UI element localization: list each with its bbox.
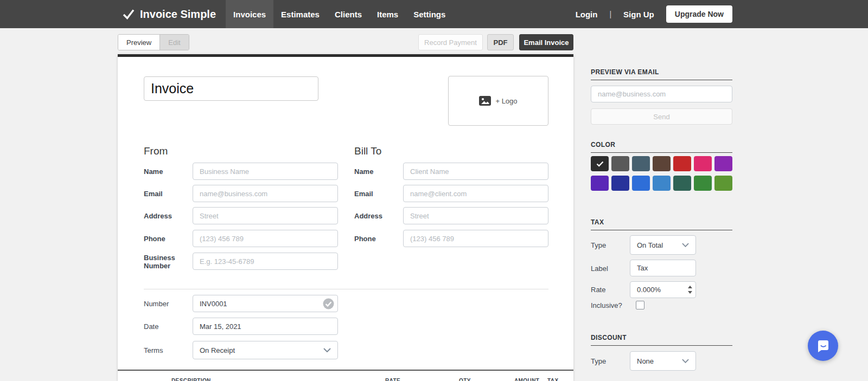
nav-tab-label: Settings bbox=[413, 10, 445, 19]
date-label: Date bbox=[144, 322, 158, 331]
billto-phone-label: Phone bbox=[354, 235, 400, 243]
send-button[interactable]: Send bbox=[591, 108, 732, 125]
bill-to-section-heading: Bill To bbox=[354, 145, 381, 157]
color-swatch[interactable] bbox=[714, 156, 732, 171]
edit-toggle-button[interactable]: Edit bbox=[160, 35, 188, 50]
nav-auth-area: Login | Sign Up Upgrade Now bbox=[576, 0, 732, 28]
color-swatch[interactable] bbox=[694, 176, 712, 191]
nav-tab-estimates[interactable]: Estimates bbox=[273, 0, 327, 28]
color-swatch[interactable] bbox=[611, 176, 629, 191]
color-swatches bbox=[591, 156, 732, 191]
color-swatch[interactable] bbox=[632, 156, 650, 171]
discount-heading: DISCOUNT bbox=[591, 334, 732, 346]
chevron-down-icon bbox=[682, 243, 689, 247]
tax-label-label: Label bbox=[591, 264, 608, 273]
items-header-rate: RATE bbox=[385, 378, 400, 381]
terms-select[interactable]: On Receipt bbox=[193, 341, 338, 359]
color-swatch-selected[interactable] bbox=[591, 156, 609, 171]
tax-type-selected-value: On Total bbox=[637, 241, 663, 249]
image-icon bbox=[479, 96, 491, 106]
settings-sidebar: PREVIEW VIA EMAIL Send COLOR TAX Type On… bbox=[591, 54, 732, 381]
billto-address-input[interactable] bbox=[403, 207, 548, 224]
terms-label: Terms bbox=[144, 346, 163, 354]
add-logo-label: + Logo bbox=[495, 97, 517, 105]
main-nav-tabs: Invoices Estimates Clients Items Setting… bbox=[226, 0, 453, 28]
color-swatch[interactable] bbox=[591, 176, 609, 191]
items-table-divider bbox=[118, 370, 573, 371]
discount-type-selected-value: None bbox=[637, 357, 654, 365]
nav-tab-label: Invoices bbox=[233, 10, 266, 19]
tax-type-select[interactable]: On Total bbox=[630, 235, 696, 255]
nav-tab-invoices[interactable]: Invoices bbox=[226, 0, 273, 28]
items-header-tax: TAX bbox=[547, 378, 558, 381]
tax-rate-label: Rate bbox=[591, 286, 605, 294]
tax-inclusive-label: Inclusive? bbox=[591, 301, 622, 309]
business-number-label: Business Number bbox=[144, 254, 190, 270]
from-phone-label: Phone bbox=[144, 235, 190, 243]
nav-tab-settings[interactable]: Settings bbox=[406, 0, 453, 28]
preview-via-email-heading: PREVIEW VIA EMAIL bbox=[591, 68, 732, 80]
items-header-amount: AMOUNT bbox=[514, 378, 539, 381]
inclusive-checkbox[interactable] bbox=[636, 301, 644, 309]
nav-tab-label: Clients bbox=[335, 10, 362, 19]
invoice-preview-card: + Logo From Name Email Address Phone Bus… bbox=[118, 54, 573, 381]
discount-type-label: Type bbox=[591, 357, 606, 365]
preview-toggle-button[interactable]: Preview bbox=[118, 35, 160, 50]
billto-email-label: Email bbox=[354, 190, 400, 198]
color-swatch[interactable] bbox=[673, 176, 691, 191]
color-swatch[interactable] bbox=[673, 156, 691, 171]
invoice-title-input[interactable] bbox=[144, 76, 318, 101]
stepper-up-icon[interactable] bbox=[688, 286, 692, 288]
brand-logo[interactable]: Invoice Simple bbox=[122, 0, 216, 28]
email-invoice-button[interactable]: Email Invoice bbox=[519, 34, 573, 50]
tax-heading: TAX bbox=[591, 218, 732, 230]
nav-tab-clients[interactable]: Clients bbox=[327, 0, 369, 28]
invoice-number-input[interactable] bbox=[193, 295, 338, 312]
color-swatch[interactable] bbox=[714, 176, 732, 191]
nav-tab-label: Estimates bbox=[281, 10, 320, 19]
color-heading: COLOR bbox=[591, 141, 732, 153]
nav-separator: | bbox=[609, 10, 611, 18]
items-header-qty: QTY bbox=[459, 378, 471, 381]
terms-selected-value: On Receipt bbox=[200, 346, 235, 354]
stepper-down-icon[interactable] bbox=[688, 291, 692, 294]
color-swatch[interactable] bbox=[694, 156, 712, 171]
from-address-label: Address bbox=[144, 212, 190, 220]
checkmark-icon bbox=[596, 161, 604, 167]
login-link[interactable]: Login bbox=[576, 10, 598, 19]
tax-label-input[interactable] bbox=[630, 260, 696, 276]
nav-tab-items[interactable]: Items bbox=[369, 0, 406, 28]
top-navigation-bar: Invoice Simple Invoices Estimates Client… bbox=[0, 0, 868, 28]
signup-link[interactable]: Sign Up bbox=[623, 10, 654, 19]
from-email-label: Email bbox=[144, 190, 190, 198]
add-logo-button[interactable]: + Logo bbox=[448, 76, 548, 126]
billto-email-input[interactable] bbox=[403, 185, 548, 202]
color-swatch[interactable] bbox=[632, 176, 650, 191]
chevron-down-icon bbox=[682, 359, 689, 363]
invoice-toolbar: Preview Edit Record Payment PDF Email In… bbox=[0, 28, 868, 54]
color-swatch[interactable] bbox=[653, 156, 671, 171]
color-swatch[interactable] bbox=[653, 176, 671, 191]
from-section-heading: From bbox=[144, 145, 168, 157]
brand-name: Invoice Simple bbox=[140, 8, 216, 21]
from-email-input[interactable] bbox=[193, 185, 338, 202]
record-payment-button[interactable]: Record Payment bbox=[418, 34, 483, 50]
from-phone-input[interactable] bbox=[193, 230, 338, 247]
invoice-date-input[interactable] bbox=[193, 318, 338, 335]
upgrade-now-button[interactable]: Upgrade Now bbox=[666, 5, 732, 23]
business-number-input[interactable] bbox=[193, 253, 338, 270]
billto-name-label: Name bbox=[354, 167, 400, 176]
from-name-input[interactable] bbox=[193, 163, 338, 180]
pdf-button[interactable]: PDF bbox=[487, 34, 514, 50]
from-address-input[interactable] bbox=[193, 207, 338, 224]
items-header-description: DESCRIPTION bbox=[171, 378, 211, 381]
discount-type-select[interactable]: None bbox=[630, 351, 696, 371]
checkmark-logo-icon bbox=[122, 9, 135, 20]
chat-launcher-button[interactable] bbox=[808, 331, 838, 361]
billto-name-input[interactable] bbox=[403, 163, 548, 180]
preview-email-input[interactable] bbox=[591, 86, 732, 102]
color-swatch[interactable] bbox=[611, 156, 629, 171]
chat-icon bbox=[815, 338, 831, 353]
billto-phone-input[interactable] bbox=[403, 230, 548, 247]
preview-edit-toggle: Preview Edit bbox=[118, 34, 189, 50]
